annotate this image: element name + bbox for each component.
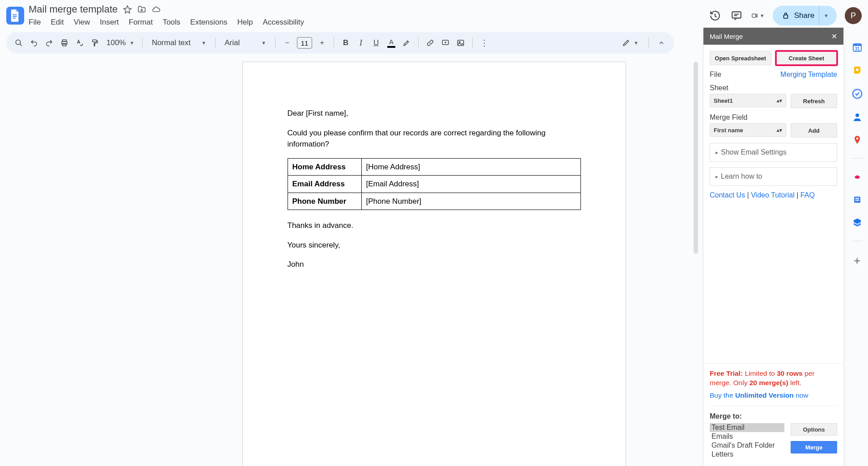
svg-rect-4 xyxy=(752,14,756,17)
share-button[interactable]: Share ▼ xyxy=(773,6,837,25)
merge-field-select[interactable]: First name▴▾ xyxy=(710,123,786,137)
merge-to-option[interactable]: Test Email xyxy=(710,423,784,432)
menu-accessibility[interactable]: Accessibility xyxy=(263,18,304,27)
merging-template-link[interactable]: Merging Template xyxy=(780,71,837,79)
menu-edit[interactable]: Edit xyxy=(51,18,64,27)
insert-link-icon[interactable] xyxy=(424,37,436,49)
sheet-label: Sheet xyxy=(710,84,837,92)
zoom-select[interactable]: 100%▼ xyxy=(104,38,137,47)
svg-rect-2 xyxy=(13,18,16,19)
history-icon[interactable] xyxy=(708,9,722,22)
merge-to-list[interactable]: Test Email Emails Gmail's Draft Folder L… xyxy=(710,423,784,459)
menu-file[interactable]: File xyxy=(29,18,41,27)
svg-point-6 xyxy=(16,40,21,45)
create-sheet-button[interactable]: Create Sheet xyxy=(776,51,838,65)
buy-unlimited-link[interactable]: Buy the Unlimited Version now xyxy=(710,391,809,399)
svg-rect-5 xyxy=(783,15,788,19)
font-size-decrease-icon[interactable]: − xyxy=(281,37,293,49)
svg-text:31: 31 xyxy=(855,46,860,51)
bold-icon[interactable]: B xyxy=(339,37,352,49)
merge-button[interactable]: Merge xyxy=(791,441,837,453)
mail-merge-sidebar: Mail Merge ✕ Open Spreadsheet Create She… xyxy=(703,28,843,466)
move-icon[interactable] xyxy=(137,5,146,14)
collapse-toolbar-icon[interactable] xyxy=(655,37,668,49)
merge-to-option[interactable]: Letters xyxy=(710,450,784,459)
menu-view[interactable]: View xyxy=(74,18,90,27)
svg-rect-23 xyxy=(855,200,859,201)
table-row: Email Address[Email Address] xyxy=(288,176,580,193)
menu-help[interactable]: Help xyxy=(237,18,253,27)
addon-icon-3[interactable] xyxy=(852,218,863,228)
undo-icon[interactable] xyxy=(28,37,40,49)
font-size-increase-icon[interactable]: + xyxy=(316,37,328,49)
greeting-line[interactable]: Dear [First name], xyxy=(288,108,581,119)
avatar[interactable]: P xyxy=(845,7,862,24)
star-icon[interactable] xyxy=(123,5,132,14)
intro-paragraph[interactable]: Could you please confirm that our record… xyxy=(288,127,581,150)
underline-icon[interactable]: U xyxy=(370,37,382,49)
svg-rect-1 xyxy=(13,16,17,17)
sheet-select[interactable]: Sheet1▴▾ xyxy=(710,94,786,107)
print-icon[interactable] xyxy=(58,37,71,49)
highlight-icon[interactable] xyxy=(400,37,413,49)
close-icon[interactable]: ✕ xyxy=(831,32,837,41)
menu-extensions[interactable]: Extensions xyxy=(190,18,227,27)
editing-mode-select[interactable]: ▼ xyxy=(618,39,642,47)
svg-rect-15 xyxy=(853,44,861,46)
addon-icon-2[interactable] xyxy=(852,194,863,205)
scrollbar[interactable] xyxy=(694,62,698,254)
meet-icon[interactable]: ▼ xyxy=(751,9,765,22)
options-button[interactable]: Options xyxy=(791,423,837,436)
zoom-value: 100% xyxy=(106,38,126,47)
search-icon[interactable] xyxy=(13,37,25,49)
menu-format[interactable]: Format xyxy=(129,18,153,27)
show-email-settings-toggle[interactable]: ▸Show Email Settings xyxy=(710,143,837,162)
keep-icon[interactable] xyxy=(852,65,863,76)
cloud-status-icon[interactable] xyxy=(152,5,161,14)
svg-point-20 xyxy=(856,138,858,139)
signature-line[interactable]: John xyxy=(288,259,581,270)
video-tutorial-link[interactable]: Video Tutorial xyxy=(751,191,795,199)
menu-tools[interactable]: Tools xyxy=(163,18,181,27)
menu-insert[interactable]: Insert xyxy=(100,18,119,27)
learn-how-toggle[interactable]: ▸Learn how to xyxy=(710,167,837,186)
document-page: Dear [First name], Could you please conf… xyxy=(242,62,626,466)
tasks-icon[interactable] xyxy=(852,88,863,99)
more-icon[interactable]: ⋮ xyxy=(478,37,491,49)
insert-image-icon[interactable] xyxy=(454,37,467,49)
comments-icon[interactable] xyxy=(730,9,743,22)
doc-title[interactable]: Mail merge template xyxy=(29,4,118,15)
paragraph-style-select[interactable]: Normal text▼ xyxy=(148,38,210,47)
svg-rect-0 xyxy=(13,14,17,15)
calendar-icon[interactable]: 31 xyxy=(852,42,863,53)
redo-icon[interactable] xyxy=(43,37,55,49)
share-dropdown-icon[interactable]: ▼ xyxy=(819,6,833,25)
font-select[interactable]: Arial▼ xyxy=(221,38,270,47)
text-color-icon[interactable]: A xyxy=(385,37,398,49)
get-addons-icon[interactable]: + xyxy=(854,254,860,268)
merge-to-option[interactable]: Emails xyxy=(710,432,784,441)
records-table[interactable]: Home Address[Home Address] Email Address… xyxy=(288,158,581,210)
thanks-line[interactable]: Thanks in advance. xyxy=(288,220,581,231)
maps-icon[interactable] xyxy=(852,135,863,146)
addon-icon[interactable] xyxy=(852,171,863,182)
paint-format-icon[interactable] xyxy=(89,37,101,49)
file-label: File xyxy=(710,71,721,79)
contact-us-link[interactable]: Contact Us xyxy=(710,191,745,199)
faq-link[interactable]: FAQ xyxy=(800,191,815,199)
spellcheck-icon[interactable] xyxy=(73,37,86,49)
docs-logo[interactable] xyxy=(6,7,24,25)
svg-rect-3 xyxy=(732,12,741,18)
italic-icon[interactable]: I xyxy=(355,37,367,49)
insert-comment-icon[interactable] xyxy=(439,37,452,49)
menubar: File Edit View Insert Format Tools Exten… xyxy=(29,16,708,29)
merge-to-option[interactable]: Gmail's Draft Folder xyxy=(710,441,784,450)
add-field-button[interactable]: Add xyxy=(791,123,837,138)
closing-line[interactable]: Yours sincerely, xyxy=(288,239,581,251)
open-spreadsheet-button[interactable]: Open Spreadsheet xyxy=(710,51,771,65)
font-size-input[interactable] xyxy=(297,37,312,49)
app-header: Mail merge template File Edit View Inser… xyxy=(0,0,868,29)
contacts-icon[interactable] xyxy=(852,112,863,122)
refresh-button[interactable]: Refresh xyxy=(791,94,837,108)
toolbar: 100%▼ Normal text▼ Arial▼ − + B I U A ⋮ … xyxy=(6,32,674,54)
